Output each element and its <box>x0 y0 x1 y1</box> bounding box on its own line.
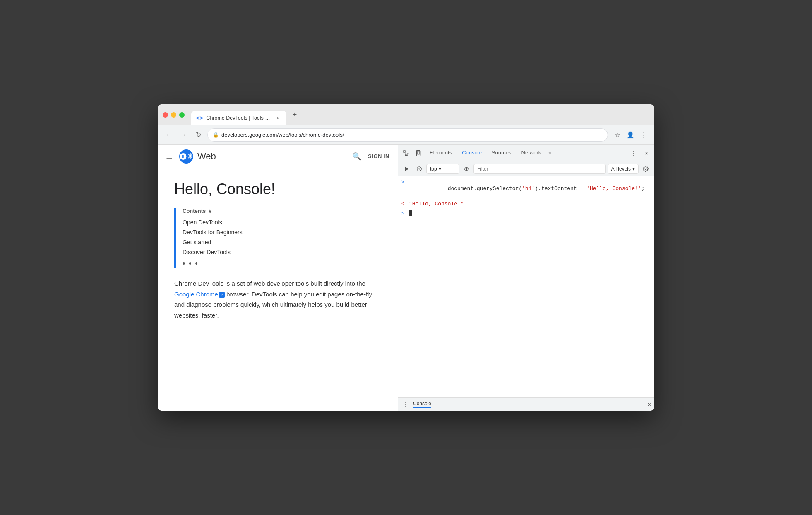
console-input-arrow: > <box>401 179 409 185</box>
toc-item-get-started[interactable]: Get started <box>183 237 381 247</box>
console-levels-button[interactable]: All levels ▾ <box>608 164 639 174</box>
tab-separator <box>556 149 556 157</box>
devtools-close-button[interactable]: × <box>640 147 653 159</box>
back-button[interactable]: ← <box>163 129 174 141</box>
refresh-icon: ↻ <box>196 131 201 139</box>
refresh-button[interactable]: ↻ <box>192 129 204 141</box>
devtools-panel: Elements Console Sources Network » ⋮ × <box>398 145 654 411</box>
site-logo: ✳ Web <box>179 149 216 164</box>
console-eye-button[interactable] <box>461 164 472 174</box>
tab-title: Chrome DevTools | Tools for W <box>206 115 271 121</box>
menu-icon[interactable]: ⋮ <box>638 129 649 141</box>
url-text: developers.google.com/web/tools/chrome-d… <box>221 132 603 138</box>
svg-point-7 <box>466 168 467 170</box>
device-toolbar-button[interactable] <box>412 147 425 159</box>
console-output-text: "Hello, Console!" <box>409 201 651 207</box>
bottom-bar-label: Console <box>413 401 431 408</box>
svg-marker-3 <box>405 166 408 171</box>
console-settings-button[interactable] <box>640 164 651 174</box>
site-name: Web <box>197 151 216 162</box>
svg-rect-0 <box>404 151 405 152</box>
toc-item-open-devtools[interactable]: Open DevTools <box>183 217 381 227</box>
svg-rect-2 <box>418 151 419 154</box>
bottom-bar-close-button[interactable]: × <box>648 401 651 408</box>
svg-rect-1 <box>416 150 420 156</box>
page-content: ☰ ✳ Web 🔍 SIGN IN <box>158 145 398 411</box>
devtools-bottom-bar: ⋮ Console × <box>398 397 654 411</box>
console-play-button[interactable] <box>401 164 412 174</box>
toc-chevron-icon: ∨ <box>208 208 212 214</box>
title-bar: <> Chrome DevTools | Tools for W × + <box>158 104 654 125</box>
traffic-lights <box>163 112 185 118</box>
tab-close-button[interactable]: × <box>275 115 281 121</box>
devtools-actions: ⋮ × <box>627 147 653 159</box>
profile-icon[interactable]: 👤 <box>625 129 636 141</box>
toc-dots: • • • <box>183 260 381 268</box>
article-title: Hello, Console! <box>174 180 381 198</box>
google-developers-logo: ✳ <box>179 149 193 164</box>
levels-arrow-icon: ▾ <box>632 166 635 172</box>
address-bar: ← → ↻ 🔒 developers.google.com/web/tools/… <box>158 125 654 145</box>
context-arrow-icon: ▾ <box>439 166 441 172</box>
tab-network[interactable]: Network <box>517 145 546 161</box>
bookmark-icon[interactable]: ☆ <box>611 129 623 141</box>
console-output: > document.querySelector('h1').textConte… <box>398 176 654 397</box>
bottom-bar-menu-icon[interactable]: ⋮ <box>401 400 410 409</box>
context-label: top <box>430 166 437 172</box>
console-cursor <box>409 210 412 216</box>
devtools-menu-button[interactable]: ⋮ <box>627 147 639 159</box>
google-chrome-link[interactable]: Google Chrome <box>174 291 218 298</box>
console-input-text: document.querySelector('h1').textContent… <box>409 179 651 198</box>
console-line-output: < "Hello, Console!" <box>398 200 654 209</box>
browser-tab[interactable]: <> Chrome DevTools | Tools for W × <box>191 111 286 125</box>
close-window-button[interactable] <box>163 112 168 118</box>
site-header-right: 🔍 SIGN IN <box>352 152 389 161</box>
console-prompt-arrow: > <box>401 211 409 216</box>
devtools-tab-bar: Elements Console Sources Network » ⋮ × <box>398 145 654 161</box>
external-link-icon: ↗ <box>219 292 225 298</box>
more-tabs-button[interactable]: » <box>546 150 554 156</box>
console-context-select[interactable]: top ▾ <box>426 164 459 174</box>
tab-elements[interactable]: Elements <box>425 145 457 161</box>
table-of-contents: Contents ∨ Open DevTools DevTools for Be… <box>174 208 381 268</box>
browser-toolbar-right: ☆ 👤 ⋮ <box>611 129 649 141</box>
inspect-element-button[interactable] <box>400 147 412 159</box>
forward-icon: → <box>180 131 187 139</box>
minimize-window-button[interactable] <box>171 112 176 118</box>
svg-point-8 <box>645 168 646 170</box>
new-tab-button[interactable]: + <box>289 109 300 120</box>
toc-title: Contents <box>183 208 206 214</box>
console-line-input: > document.querySelector('h1').textConte… <box>398 178 654 200</box>
hamburger-menu-button[interactable]: ☰ <box>166 152 173 161</box>
article-body: Chrome DevTools is a set of web develope… <box>174 278 381 320</box>
tab-sources[interactable]: Sources <box>487 145 517 161</box>
toc-item-discover[interactable]: Discover DevTools <box>183 247 381 257</box>
levels-label: All levels <box>611 166 631 172</box>
browser-window: <> Chrome DevTools | Tools for W × + ← →… <box>158 104 654 411</box>
svg-line-5 <box>418 167 421 170</box>
toc-item-beginners[interactable]: DevTools for Beginners <box>183 227 381 237</box>
sign-in-button[interactable]: SIGN IN <box>368 153 389 159</box>
toc-header[interactable]: Contents ∨ <box>183 208 381 214</box>
article-text-start: Chrome DevTools is a set of web develope… <box>174 280 365 287</box>
lock-icon: 🔒 <box>213 132 219 138</box>
tabs-area: <> Chrome DevTools | Tools for W × + <box>191 104 649 125</box>
site-header: ☰ ✳ Web 🔍 SIGN IN <box>158 145 398 168</box>
tab-devtools-icon: <> <box>196 115 203 121</box>
maximize-window-button[interactable] <box>179 112 185 118</box>
main-area: ☰ ✳ Web 🔍 SIGN IN <box>158 145 654 411</box>
console-filter-input[interactable] <box>473 164 606 174</box>
url-bar[interactable]: 🔒 developers.google.com/web/tools/chrome… <box>207 128 608 142</box>
console-clear-button[interactable] <box>414 164 425 174</box>
console-output-arrow: < <box>401 201 409 206</box>
article: Hello, Console! Contents ∨ Open DevTools… <box>158 168 398 333</box>
forward-button[interactable]: → <box>178 129 189 141</box>
tab-console[interactable]: Console <box>457 145 487 161</box>
search-icon[interactable]: 🔍 <box>352 152 361 161</box>
console-cursor-line[interactable]: > <box>398 209 654 218</box>
back-icon: ← <box>165 131 172 139</box>
console-toolbar: top ▾ All levels ▾ <box>398 161 654 176</box>
